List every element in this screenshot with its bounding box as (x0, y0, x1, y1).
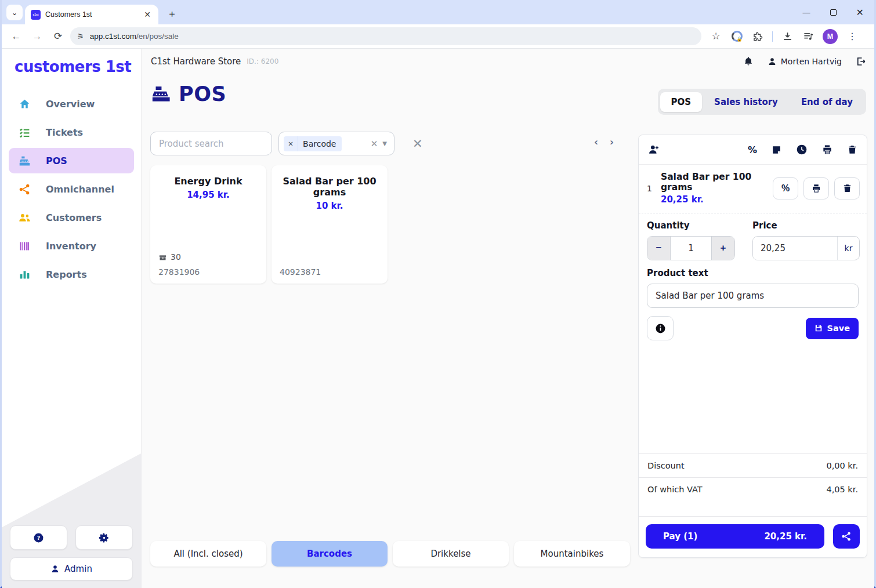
price-label: Price (752, 220, 860, 231)
category-barcodes[interactable]: Barcodes (272, 541, 388, 567)
window-maximize-button[interactable] (830, 9, 837, 16)
browser-profile-avatar[interactable]: M (823, 29, 838, 44)
url-bar[interactable]: ⚞ app.c1st.com/en/pos/sale (70, 27, 701, 45)
new-tab-button[interactable]: ＋ (167, 7, 177, 20)
product-barcode: 27831906 (158, 267, 200, 277)
vat-label: Of which VAT (647, 485, 703, 494)
tab-end-of-day[interactable]: End of day (790, 92, 864, 112)
notifications-bell-icon[interactable] (743, 56, 754, 67)
line-info-button[interactable] (647, 316, 674, 340)
site-settings-icon[interactable]: ⚞ (77, 32, 84, 41)
browser-tab[interactable]: c1st Customers 1st ✕ (25, 5, 158, 24)
cart-discount-icon[interactable]: % (748, 144, 757, 155)
cart-panel: % 1 Sala (638, 135, 867, 558)
pos-tab-group: POS Sales history End of day (658, 89, 866, 115)
share-nodes-icon (19, 183, 31, 195)
sidebar-item-tickets[interactable]: Tickets (9, 119, 134, 145)
line-delete-button[interactable] (834, 177, 860, 199)
logout-icon[interactable] (856, 56, 866, 67)
page-next-icon[interactable]: › (610, 136, 614, 148)
browser-toolbar: ← → ⟳ ⚞ app.c1st.com/en/pos/sale ☆ M ⋮ (2, 24, 874, 49)
pos-title-icon (151, 84, 171, 104)
select-caret-icon[interactable]: ▼ (382, 140, 387, 147)
extensions-puzzle-icon[interactable] (751, 30, 764, 43)
tab-pos[interactable]: POS (660, 92, 703, 112)
category-drikkelse[interactable]: Drikkelse (393, 541, 509, 567)
downloads-icon[interactable] (781, 30, 794, 43)
help-icon: ? (33, 532, 44, 543)
product-grid: Energy Drink 14,95 kr. 30 27831906 Salad… (150, 165, 388, 284)
sidebar-item-customers[interactable]: Customers (9, 205, 134, 230)
reload-button[interactable]: ⟳ (49, 28, 67, 45)
sidebar-item-reports[interactable]: Reports (9, 262, 134, 287)
tab-sales-history[interactable]: Sales history (703, 92, 789, 112)
quantity-input[interactable] (670, 237, 712, 260)
window-minimize-button[interactable]: — (803, 8, 810, 17)
quantity-stepper: − + (647, 236, 735, 260)
pay-label: Pay (1) (663, 531, 697, 542)
sidebar-item-pos[interactable]: POS (9, 148, 134, 173)
page-title: POS (179, 82, 226, 106)
favicon: c1st (31, 10, 41, 20)
discount-row: Discount 0,00 kr. (639, 453, 867, 477)
password-manager-extension-icon[interactable] (730, 30, 743, 43)
tab-title: Customers 1st (45, 10, 137, 19)
chip-remove-icon[interactable]: × (284, 136, 298, 151)
forward-button[interactable]: → (28, 28, 46, 45)
select-clear-icon[interactable]: ✕ (371, 139, 378, 149)
sidebar-item-overview[interactable]: Overview (9, 91, 134, 117)
cart-park-sale-icon[interactable] (796, 144, 808, 155)
sidebar-item-inventory[interactable]: Inventory (9, 233, 134, 259)
back-button[interactable]: ← (8, 28, 25, 45)
line-print-button[interactable] (803, 177, 829, 199)
filter-chip: × Barcode (284, 136, 342, 151)
clear-filters-icon[interactable]: ✕ (412, 137, 423, 151)
save-button[interactable]: Save (806, 318, 859, 339)
price-input[interactable] (753, 237, 837, 260)
user-menu[interactable]: Morten Hartvig (768, 57, 842, 66)
tab-search-button[interactable]: ⌄ (6, 5, 23, 20)
stock-icon (158, 253, 167, 262)
line-discount-button[interactable]: % (773, 177, 798, 199)
discount-label: Discount (647, 461, 685, 470)
product-card-salad-bar[interactable]: Salad Bar per 100 grams 10 kr. 40923871 (272, 165, 388, 284)
page-prev-icon[interactable]: ‹ (594, 136, 598, 148)
category-all[interactable]: All (Incl. closed) (150, 541, 266, 567)
cart-note-icon[interactable] (771, 144, 782, 155)
help-button[interactable]: ? (10, 525, 67, 550)
toolbar-separator (772, 31, 773, 42)
bookmark-star-icon[interactable]: ☆ (710, 30, 722, 43)
share-sale-button[interactable] (833, 524, 860, 549)
gear-icon (99, 532, 110, 543)
pay-button[interactable]: Pay (1) 20,25 kr. (646, 524, 824, 549)
share-icon (841, 531, 852, 542)
window-close-button[interactable]: ✕ (856, 7, 864, 18)
category-mountainbikes[interactable]: Mountainbikes (514, 541, 630, 567)
settings-button[interactable] (75, 525, 133, 550)
admin-button[interactable]: Admin (10, 557, 133, 580)
product-barcode: 40923871 (280, 267, 321, 277)
product-text-input[interactable] (647, 284, 859, 308)
tab-close-icon[interactable]: ✕ (142, 9, 153, 20)
quantity-increase-button[interactable]: + (712, 237, 734, 260)
browser-menu-icon[interactable]: ⋮ (846, 30, 859, 43)
cart-line-item[interactable]: 1 Salad Bar per 100 grams 20,25 kr. % (639, 165, 867, 213)
sidebar-item-omnichannel[interactable]: Omnichannel (9, 176, 134, 202)
cart-print-icon[interactable] (821, 144, 833, 155)
user-icon (768, 57, 777, 66)
quantity-decrease-button[interactable]: − (647, 237, 670, 260)
category-filter-select[interactable]: × Barcode ✕ ▼ (278, 132, 394, 155)
svg-text:?: ? (37, 535, 41, 541)
url-text: app.c1st.com/en/pos/sale (90, 32, 179, 41)
product-search-input[interactable] (150, 132, 272, 155)
sidebar: customers 1st Overview Tickets POS Omnic… (2, 49, 142, 588)
category-row: All (Incl. closed) Barcodes Drikkelse Mo… (150, 541, 630, 567)
add-customer-icon[interactable] (648, 144, 660, 155)
media-controls-icon[interactable] (802, 30, 815, 43)
users-icon (19, 212, 31, 224)
product-card-energy-drink[interactable]: Energy Drink 14,95 kr. 30 27831906 (150, 165, 266, 284)
quantity-label: Quantity (647, 220, 735, 231)
pay-amount: 20,25 kr. (764, 531, 807, 542)
cart-clear-icon[interactable] (847, 144, 857, 155)
line-index: 1 (647, 184, 660, 193)
